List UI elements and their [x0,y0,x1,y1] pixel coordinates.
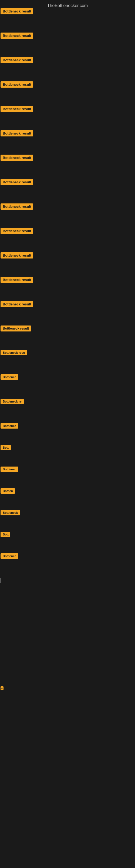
bottleneck-badge-11[interactable]: Bottleneck result [1,252,33,258]
bottleneck-badge-3[interactable]: Bottleneck result [1,57,33,63]
bottleneck-row-2: Bottleneck result [1,33,33,40]
bottleneck-badge-15[interactable]: Bottleneck resu [1,350,27,355]
bottleneck-row-13: Bottleneck result [1,301,33,308]
bottleneck-row-12: Bottleneck result [1,277,33,284]
bottleneck-badge-10[interactable]: Bottleneck result [1,228,33,234]
bottleneck-badge-4[interactable]: Bottleneck result [1,82,33,88]
bottleneck-badge-1[interactable]: Bottleneck result [1,8,33,14]
bottleneck-badge-20[interactable]: Bottlenec [1,467,18,472]
bottleneck-row-5: Bottleneck result [1,106,33,113]
bottleneck-row-7: Bottleneck result [1,155,33,162]
page-wrapper: TheBottlenecker.com Bottleneck result Bo… [0,0,135,868]
bottleneck-badge-23[interactable]: Bott [1,532,10,537]
bottleneck-row-1: Bottleneck result [1,8,33,16]
bottleneck-row-17: Bottleneck re [1,399,24,405]
bottleneck-row-20: Bottlenec [1,467,18,473]
cursor-line [1,578,1,583]
bottleneck-row-23: Bott [1,532,10,538]
bottleneck-badge-21[interactable]: Bottlen [1,488,15,494]
bottleneck-row-16: Bottlenec [1,374,18,381]
bottleneck-row-18: Bottlenec [1,423,18,430]
bottleneck-badge-22[interactable]: Bottleneck [1,510,20,516]
bottleneck-badge-6[interactable]: Bottleneck result [1,130,33,136]
bottleneck-badge-16[interactable]: Bottlenec [1,374,18,380]
bottleneck-row-8: Bottleneck result [1,179,33,186]
bottleneck-row-3: Bottleneck result [1,57,33,64]
bottleneck-row-4: Bottleneck result [1,82,33,89]
bottleneck-row-15: Bottleneck resu [1,350,27,356]
bottleneck-row-22: Bottleneck [1,510,20,517]
bottleneck-badge-14[interactable]: Bottleneck result [1,326,31,332]
bottom-small-label: c [1,686,3,691]
bottleneck-row-24: Bottlenec [1,553,18,560]
bottleneck-badge-2[interactable]: Bottleneck result [1,33,33,39]
bottleneck-row-19: Bott [1,445,11,452]
bottleneck-row-10: Bottleneck result [1,228,33,235]
small-badge[interactable]: c [1,686,3,690]
bottleneck-badge-9[interactable]: Bottleneck result [1,204,33,210]
bottleneck-badge-18[interactable]: Bottlenec [1,423,18,429]
bottleneck-badge-24[interactable]: Bottlenec [1,553,18,559]
bottleneck-row-21: Bottlen [1,488,15,495]
bottleneck-badge-12[interactable]: Bottleneck result [1,277,33,283]
bottleneck-badge-17[interactable]: Bottleneck re [1,399,24,404]
bottleneck-row-6: Bottleneck result [1,130,33,137]
bottleneck-badge-19[interactable]: Bott [1,445,11,450]
bottleneck-row-11: Bottleneck result [1,252,33,259]
bottleneck-badge-13[interactable]: Bottleneck result [1,301,33,307]
bottleneck-badge-7[interactable]: Bottleneck result [1,155,33,161]
bottleneck-badge-8[interactable]: Bottleneck result [1,179,33,185]
bottleneck-row-14: Bottleneck result [1,326,31,333]
bottleneck-badge-5[interactable]: Bottleneck result [1,106,33,112]
bottleneck-row-9: Bottleneck result [1,204,33,211]
